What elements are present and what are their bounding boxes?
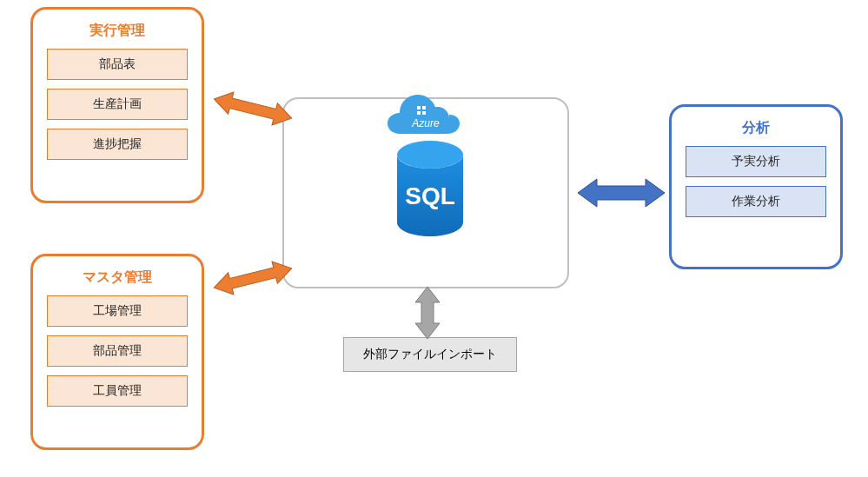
analysis-item: 予実分析 (686, 146, 826, 177)
external-file-import-box: 外部ファイルインポート (343, 337, 517, 372)
svg-rect-3 (422, 111, 426, 115)
execution-title: 実行管理 (47, 22, 188, 40)
svg-rect-0 (417, 106, 421, 109)
svg-marker-8 (213, 257, 293, 298)
azure-cloud-icon: Azure (382, 87, 469, 139)
master-title: マスタ管理 (47, 268, 188, 287)
execution-item: 部品表 (47, 49, 188, 80)
master-item: 工員管理 (47, 375, 188, 407)
master-item: 工場管理 (47, 295, 188, 327)
import-label: 外部ファイルインポート (363, 347, 497, 361)
master-management-panel: マスタ管理 工場管理 部品管理 工員管理 (30, 254, 204, 450)
master-item: 部品管理 (47, 335, 188, 367)
analysis-item: 作業分析 (686, 186, 826, 217)
svg-point-5 (397, 141, 463, 169)
svg-text:SQL: SQL (405, 182, 455, 209)
svg-marker-10 (415, 287, 440, 339)
arrow-center-to-import (410, 287, 445, 342)
sql-database-icon: SQL (387, 139, 474, 247)
svg-rect-1 (422, 106, 426, 109)
execution-item: 生産計画 (47, 89, 188, 120)
arrow-center-to-analysis (578, 174, 665, 215)
arrow-execution-to-center (213, 87, 293, 134)
svg-marker-7 (213, 88, 293, 129)
execution-management-panel: 実行管理 部品表 生産計画 進捗把握 (30, 7, 204, 203)
svg-marker-9 (578, 179, 665, 207)
svg-rect-2 (417, 111, 421, 115)
analysis-panel: 分析 予実分析 作業分析 (669, 104, 843, 269)
svg-text:Azure: Azure (411, 117, 440, 129)
analysis-title: 分析 (686, 119, 826, 137)
execution-item: 進捗把握 (47, 129, 188, 160)
arrow-master-to-center (213, 256, 293, 303)
